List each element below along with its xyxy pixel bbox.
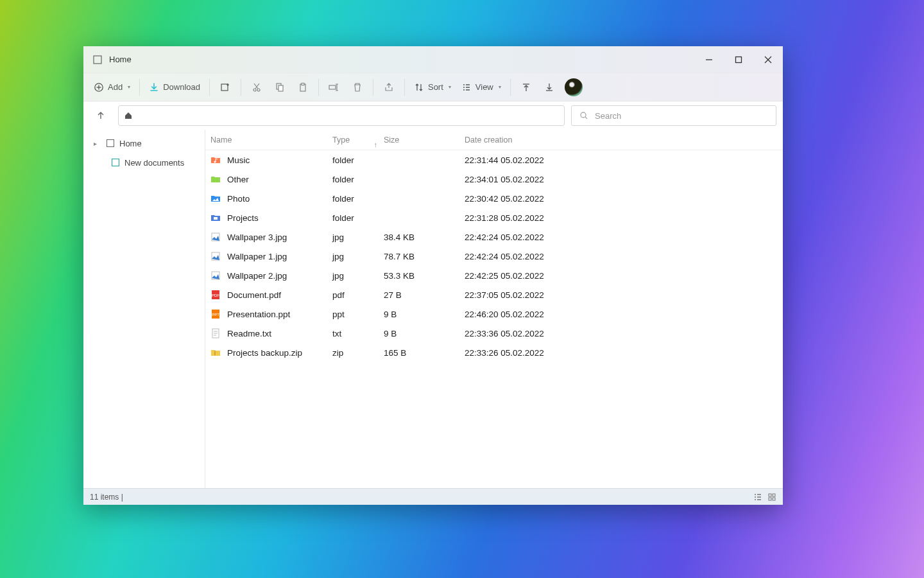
sidebar-item-new-documents[interactable]: New documents [83, 153, 205, 172]
file-date: 22:37:05 05.02.2022 [459, 290, 575, 300]
new-window-button[interactable] [214, 77, 237, 98]
file-type: jpg [327, 271, 379, 281]
svg-rect-35 [773, 498, 775, 500]
chevron-down-icon: ▾ [499, 84, 501, 90]
download-label: Download [163, 82, 200, 92]
folder-icon [112, 159, 119, 166]
status-text: 11 items | [90, 493, 123, 502]
upload-button[interactable] [515, 77, 538, 98]
view-label: View [475, 82, 493, 92]
sidebar-item-label: New documents [124, 158, 184, 168]
file-row[interactable]: Projectsfolder22:31:28 05.02.2022 [205, 208, 783, 227]
download-icon-button[interactable] [538, 77, 561, 98]
rename-icon [329, 82, 340, 92]
file-name: Photo [227, 194, 250, 204]
up-button[interactable] [90, 105, 112, 127]
delete-button[interactable] [346, 77, 369, 98]
rename-button[interactable] [323, 77, 346, 98]
svg-point-11 [257, 89, 260, 91]
plus-circle-icon [94, 82, 104, 92]
svg-rect-33 [773, 494, 775, 496]
image-icon [210, 251, 221, 261]
search-icon [579, 111, 588, 120]
sort-button[interactable]: Sort ▾ [409, 77, 456, 98]
trash-icon [352, 82, 363, 92]
file-size: 9 B [379, 310, 459, 319]
folder-photo-icon [210, 193, 221, 204]
copy-icon [275, 82, 285, 92]
download-icon [149, 82, 159, 92]
svg-text:PPT: PPT [212, 313, 219, 317]
paste-button[interactable] [291, 77, 314, 98]
image-icon [210, 270, 221, 281]
file-name: Projects [227, 213, 259, 223]
add-label: Add [108, 82, 123, 92]
file-type: folder [327, 175, 379, 184]
cut-button[interactable] [245, 77, 268, 98]
file-date: 22:31:44 05.02.2022 [459, 155, 575, 165]
close-button[interactable] [753, 46, 783, 73]
cut-icon [252, 82, 262, 92]
file-row[interactable]: PDFDocument.pdfpdf27 B22:37:05 05.02.202… [205, 285, 783, 304]
view-button[interactable]: View ▾ [456, 77, 506, 98]
address-bar[interactable] [118, 105, 565, 126]
maximize-button[interactable] [724, 46, 753, 73]
file-name: Wallpaper 3.jpg [227, 232, 287, 242]
svg-line-21 [585, 117, 587, 119]
file-row[interactable]: Readme.txttxt9 B22:33:36 05.02.2022 [205, 324, 783, 343]
file-row[interactable]: PPTPresentation.pptppt9 B22:46:20 05.02.… [205, 304, 783, 324]
file-name: Presentation.ppt [227, 310, 290, 319]
file-row[interactable]: Wallpaper 2.jpgjpg53.3 KB22:42:25 05.02.… [205, 266, 783, 285]
file-size: 38.4 KB [379, 232, 459, 242]
sidebar-item-home[interactable]: ▸ Home [83, 134, 205, 153]
column-size[interactable]: Size [379, 136, 459, 144]
add-button[interactable]: Add ▾ [89, 77, 135, 98]
file-date: 22:33:26 05.02.2022 [459, 348, 575, 358]
file-row[interactable]: Wallpaper 1.jpgjpg78.7 KB22:42:24 05.02.… [205, 247, 783, 266]
column-type[interactable]: Type ↑ [327, 136, 379, 144]
new-window-icon [220, 82, 230, 92]
search-box[interactable] [571, 105, 776, 126]
list-view-toggle[interactable] [753, 493, 762, 502]
ppt-icon: PPT [210, 309, 221, 319]
file-row[interactable]: Projects backup.zipzip165 B22:33:26 05.0… [205, 343, 783, 362]
file-name: Wallpaper 2.jpg [227, 271, 287, 281]
column-date[interactable]: Date creation [459, 136, 575, 144]
user-avatar[interactable] [565, 78, 583, 96]
copy-button[interactable] [268, 77, 291, 98]
file-rows: Musicfolder22:31:44 05.02.2022Otherfolde… [205, 150, 783, 488]
paste-icon [298, 82, 308, 92]
upload-icon [521, 82, 531, 92]
status-bar: 11 items | [83, 488, 783, 505]
column-name[interactable]: Name [205, 136, 327, 144]
svg-rect-2 [736, 57, 742, 62]
search-input[interactable] [595, 111, 768, 121]
file-type: txt [327, 329, 379, 338]
file-row[interactable]: Photofolder22:30:42 05.02.2022 [205, 189, 783, 208]
svg-rect-15 [302, 83, 304, 85]
file-date: 22:42:25 05.02.2022 [459, 271, 575, 281]
svg-rect-0 [94, 56, 101, 64]
file-name: Readme.txt [227, 329, 271, 338]
file-name: Document.pdf [227, 290, 281, 300]
txt-icon [210, 328, 221, 338]
file-row[interactable]: Musicfolder22:31:44 05.02.2022 [205, 150, 783, 170]
file-date: 22:46:20 05.02.2022 [459, 310, 575, 319]
file-pane: Name Type ↑ Size Date creation Musicfold… [205, 130, 783, 488]
file-type: pdf [327, 290, 379, 300]
file-name: Music [227, 155, 250, 165]
file-name: Projects backup.zip [227, 348, 302, 358]
download-button[interactable]: Download [144, 77, 205, 98]
chevron-down-icon: ▾ [449, 84, 451, 90]
minimize-button[interactable] [694, 46, 724, 73]
app-icon [92, 55, 103, 65]
file-type: folder [327, 155, 379, 165]
file-row[interactable]: Otherfolder22:34:01 05.02.2022 [205, 170, 783, 189]
file-type: folder [327, 194, 379, 204]
folder-icon [107, 139, 114, 147]
arrow-down-icon [544, 82, 554, 92]
file-row[interactable]: Wallpaper 3.jpgjpg38.4 KB22:42:24 05.02.… [205, 227, 783, 247]
file-date: 22:34:01 05.02.2022 [459, 175, 575, 184]
grid-view-toggle[interactable] [767, 493, 776, 502]
share-button[interactable] [377, 77, 400, 98]
